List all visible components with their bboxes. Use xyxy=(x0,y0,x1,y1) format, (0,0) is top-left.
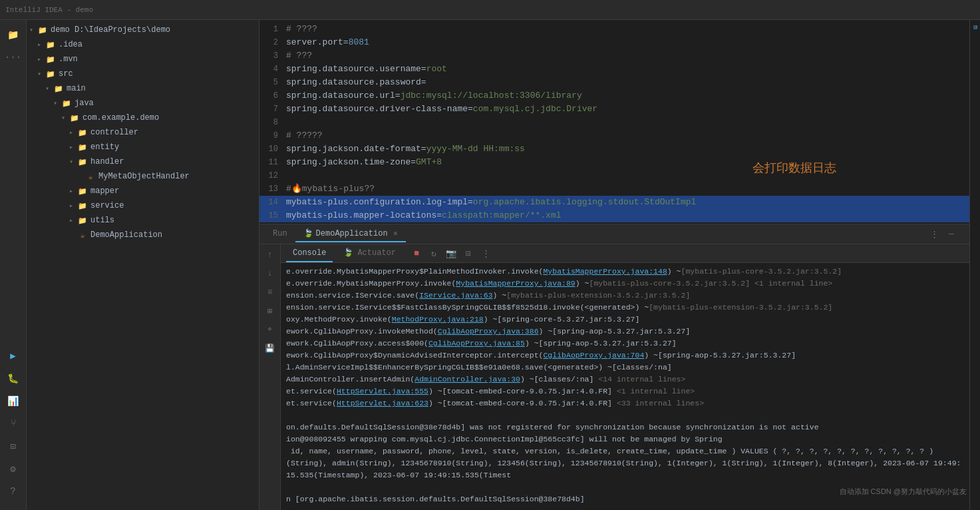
panel-menu-icon[interactable]: ⋮ xyxy=(927,227,941,242)
folder-icon: 📁 xyxy=(45,69,56,79)
line-num-7: 7 xyxy=(259,103,283,116)
project-icon[interactable]: 📁 xyxy=(4,25,23,44)
line-content-11: spring.jackson.time-zone=GMT+8 xyxy=(283,156,969,169)
console-link[interactable]: CglibAopProxy.java:704 xyxy=(543,351,644,360)
console-line-10: et.service(HttpServlet.java:555) ~[tomca… xyxy=(286,385,964,397)
console-line-6: ework.CglibAopProxy.access$000(CglibAopP… xyxy=(286,338,964,350)
console-link[interactable]: CglibAopProxy.java:85 xyxy=(428,339,525,348)
console-line-3: ension.service.IService$$FastClassBySpri… xyxy=(286,302,964,314)
line-content-9: # ????? xyxy=(283,129,969,142)
floppy-icon[interactable]: 💾 xyxy=(262,340,278,356)
console-line-17 xyxy=(286,481,964,493)
more-options-icon[interactable]: ⋮ xyxy=(478,246,493,261)
console-link[interactable]: HttpServlet.java:623 xyxy=(337,399,428,407)
settings-icon[interactable]: ⚙ xyxy=(4,459,23,478)
tab-run[interactable]: Run xyxy=(265,226,295,242)
code-line-3: 3 # ??? xyxy=(259,49,969,63)
console-toolbar: Console 🍃Actuator ■ ↻ 📷 ⊡ ⋮ xyxy=(281,244,969,263)
line-num-10: 10 xyxy=(259,142,283,156)
scroll-up-icon[interactable]: ↑ xyxy=(262,247,278,263)
sub-tab-console[interactable]: Console xyxy=(286,244,333,262)
tree-item-idea[interactable]: ▸📁.idea xyxy=(27,37,259,52)
run-icon-side[interactable]: ▶ xyxy=(4,346,23,365)
java-icon: ☕ xyxy=(85,171,96,182)
tree-item-com.example.demo[interactable]: ▾📁com.example.demo xyxy=(27,111,259,125)
debug-icon-side[interactable]: 🐛 xyxy=(4,369,23,387)
close-tab-icon[interactable]: ✕ xyxy=(393,228,398,238)
code-line-7: 7 spring.datasource.driver-class-name=co… xyxy=(259,103,969,116)
tree-arrow: ▸ xyxy=(69,143,77,151)
toggle-icon-2[interactable]: ⊡ xyxy=(461,246,476,261)
console-line-13: on.defaults.DefaultSqlSession@38e78d4b] … xyxy=(286,421,964,433)
console-line-2: ension.service.IService.save(IService.ja… xyxy=(286,290,964,302)
line-num-2: 2 xyxy=(259,36,283,49)
code-line-8: 8 xyxy=(259,116,969,129)
run-left-controls: ↑ ↓ ≡ ⊞ ⌖ 💾 xyxy=(259,244,281,510)
tree-item-java[interactable]: ▾📁java xyxy=(27,96,259,111)
restart-button[interactable]: ↻ xyxy=(426,246,441,261)
tree-arrow: ▾ xyxy=(37,70,45,78)
tree-arrow: ▾ xyxy=(45,85,53,93)
code-line-1: 1 # ???? xyxy=(259,23,969,36)
console-link[interactable]: MybatisMapperProxy.java:89 xyxy=(456,279,575,288)
tree-item-handler[interactable]: ▾📁handler xyxy=(27,154,259,169)
line-content-4: spring.datasource.username=root xyxy=(283,63,969,76)
tree-item-DemoApplication[interactable]: ☕DemoApplication xyxy=(27,228,259,242)
folder-icon: 📁 xyxy=(77,200,88,211)
line-content-1: # ???? xyxy=(283,23,969,36)
more-icon[interactable]: ··· xyxy=(4,48,23,67)
scroll-down-icon[interactable]: ↓ xyxy=(262,266,278,282)
tree-label: src xyxy=(59,69,73,79)
tree-label: handler xyxy=(90,157,124,166)
tab-demo-application[interactable]: 🍃 DemoApplication ✕ xyxy=(295,226,406,242)
tree-item-utils[interactable]: ▸📁utils xyxy=(27,213,259,228)
wrap-text-icon[interactable]: ≡ xyxy=(262,284,278,300)
line-num-13: 13 xyxy=(259,182,283,196)
console-link[interactable]: CglibAopProxy.java:386 xyxy=(438,327,539,336)
console-line-8: l.AdminServiceImpl$$EnhancerBySpringCGLI… xyxy=(286,362,964,374)
line-content-13: #🔥mybatis-plus?? xyxy=(283,182,969,196)
camera-icon[interactable]: ⌖ xyxy=(262,322,278,338)
console-line-1: e.override.MybatisMapperProxy.invoke(Myb… xyxy=(286,278,964,290)
run-tab-label: Run xyxy=(273,229,287,238)
console-link[interactable]: AdminController.java:30 xyxy=(414,375,520,383)
console-link[interactable]: HttpServlet.java:555 xyxy=(337,387,428,395)
tree-item-MyMetaObjectHandler[interactable]: ☕MyMetaObjectHandler xyxy=(27,169,259,184)
line-num-9: 9 xyxy=(259,129,283,142)
tree-item-controller[interactable]: ▸📁controller xyxy=(27,125,259,140)
stop-button[interactable]: ■ xyxy=(409,246,424,261)
tree-item-mapper[interactable]: ▸📁mapper xyxy=(27,184,259,198)
notifications-icon[interactable]: m xyxy=(971,23,979,32)
layout-icon[interactable]: ⊞ xyxy=(262,303,278,319)
tree-item-mvn[interactable]: ▸📁.mvn xyxy=(27,52,259,67)
tree-arrow: ▸ xyxy=(69,216,77,224)
tree-item-entity[interactable]: ▸📁entity xyxy=(27,140,259,154)
folder-icon: 📁 xyxy=(61,98,72,109)
tree-item-main[interactable]: ▾📁main xyxy=(27,81,259,96)
tree-arrow: ▾ xyxy=(53,99,61,107)
tree-item-demo[interactable]: ▾📁demo D:\IdeaProjects\demo xyxy=(27,23,259,37)
terminal-icon[interactable]: ⊡ xyxy=(4,437,23,455)
git-icon[interactable]: ⑂ xyxy=(4,414,23,433)
console-link[interactable]: MybatisMapperProxy.java:148 xyxy=(543,267,667,276)
code-editor: 1 # ???? 2 server.port=8081 3 # ??? 4 sp… xyxy=(259,20,969,224)
code-line-5: 5 spring.datasource.password= xyxy=(259,76,969,89)
tree-label: utils xyxy=(90,216,114,225)
line-num-8: 8 xyxy=(259,116,283,129)
help-icon[interactable]: ? xyxy=(4,482,23,501)
code-line-10: 10 spring.jackson.date-format=yyyy-MM-dd… xyxy=(259,142,969,156)
bottom-panel: Run 🍃 DemoApplication ✕ ⋮ — xyxy=(259,224,969,510)
panel-minimize-icon[interactable]: — xyxy=(944,227,959,242)
sub-tab-actuator[interactable]: 🍃Actuator xyxy=(337,244,403,262)
tree-item-src[interactable]: ▾📁src xyxy=(27,67,259,81)
console-link[interactable]: IService.java:63 xyxy=(419,291,492,300)
toggle-icon-1[interactable]: 📷 xyxy=(444,246,458,261)
console-line-18: n [org.apache.ibatis.session.defaults.De… xyxy=(286,493,964,505)
tree-item-service[interactable]: ▸📁service xyxy=(27,198,259,213)
spring-icon: 🍃 xyxy=(303,228,313,238)
top-bar-spacer: IntelliJ IDEA - demo xyxy=(5,6,93,14)
console-link[interactable]: MethodProxy.java:218 xyxy=(392,315,484,324)
line-num-5: 5 xyxy=(259,76,283,89)
run-area: ↑ ↓ ≡ ⊞ ⌖ 💾 Console 🍃Actuator xyxy=(259,244,969,510)
profiler-icon[interactable]: 📊 xyxy=(4,391,23,410)
